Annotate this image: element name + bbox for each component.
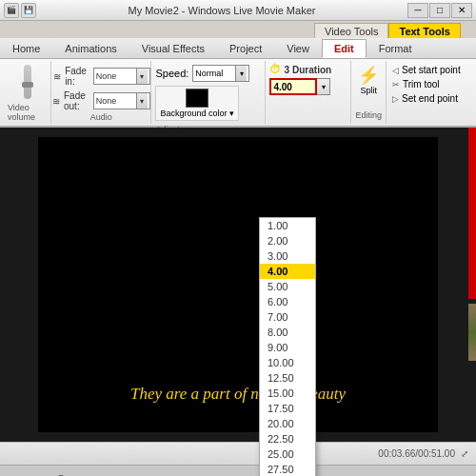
dropdown-item-11[interactable]: 12.50 xyxy=(260,370,315,386)
tab-home[interactable]: Home xyxy=(0,39,52,58)
video-canvas: They are a part of natural beauty xyxy=(38,137,438,432)
duration-label-row: ⏱ 3 Duration xyxy=(269,63,347,76)
expand-icon[interactable]: ⤢ xyxy=(461,448,468,459)
volume-slider[interactable] xyxy=(24,65,31,99)
dropdown-item-10[interactable]: 10.00 xyxy=(260,355,315,370)
dropdown-item-12[interactable]: 15.00 xyxy=(260,386,315,401)
background-icon xyxy=(186,89,208,108)
dropdown-item-9[interactable]: 9.00 xyxy=(260,340,315,355)
volume-group: Video volume xyxy=(4,61,51,124)
ribbon: Video volume ≋ Fade in: None ▾ ≋ Fade ou… xyxy=(0,59,476,128)
dropdown-item-13[interactable]: 17.50 xyxy=(260,401,315,416)
dropdown-item-6[interactable]: 6.00 xyxy=(260,294,315,309)
fade-out-control[interactable]: ≋ Fade out: None ▾ xyxy=(49,89,154,112)
fade-out-value: None xyxy=(96,96,117,106)
tab-view[interactable]: View xyxy=(274,39,322,58)
audio-group-label: Audio xyxy=(90,112,112,124)
dropdown-item-17[interactable]: 27.50 xyxy=(260,462,315,476)
split-label: Split xyxy=(360,86,377,95)
status-time: 00:03.66/00:51.00 xyxy=(378,448,455,459)
dropdown-item-16[interactable]: 25.00 xyxy=(260,446,315,462)
ribbon-tab-row: Home Animations Visual Effects Project V… xyxy=(0,38,476,59)
window-title: My Movie2 - Windows Live Movie Maker xyxy=(36,5,407,16)
maximize-button[interactable]: □ xyxy=(429,3,450,18)
tab-edit[interactable]: Edit xyxy=(322,39,367,58)
dropdown-item-4[interactable]: 4.00 xyxy=(260,264,315,279)
title-bar: 🎬 💾 My Movie2 - Windows Live Movie Maker… xyxy=(0,0,476,21)
duration-dropdown-button[interactable]: ▾ xyxy=(317,78,330,95)
split-button[interactable]: ⚡ Split xyxy=(356,63,381,97)
timeline-area: ▶ xyxy=(0,465,476,476)
speed-arrow[interactable]: ▾ xyxy=(235,66,247,81)
split-group: ⚡ Split Editing xyxy=(351,61,387,124)
red-sidebar xyxy=(468,128,476,299)
set-end-button[interactable]: ▷ Set end point xyxy=(390,92,468,105)
close-button[interactable]: ✕ xyxy=(451,3,472,18)
fade-in-dropdown[interactable]: None ▾ xyxy=(93,68,150,85)
speed-row: Speed: Normal ▾ xyxy=(155,65,261,82)
duration-label: Duration xyxy=(292,65,331,75)
minimize-button[interactable]: ─ xyxy=(407,3,428,18)
dropdown-item-8[interactable]: 8.00 xyxy=(260,325,315,340)
volume-label: Video volume xyxy=(8,103,47,124)
fade-in-icon: ≋ xyxy=(52,69,62,83)
volume-slider-thumb[interactable] xyxy=(22,82,33,88)
fade-in-control[interactable]: ≋ Fade in: None ▾ xyxy=(49,65,154,88)
speed-dropdown[interactable]: Normal ▾ xyxy=(192,65,249,82)
audio-group: ≋ Fade in: None ▾ ≋ Fade out: None ▾ Aud… xyxy=(51,61,151,124)
tab-text-tools[interactable]: Text Tools xyxy=(388,23,460,38)
duration-number: 3 xyxy=(284,65,289,75)
dropdown-item-3[interactable]: 3.00 xyxy=(260,248,315,264)
dropdown-item-1[interactable]: 1.00 xyxy=(260,218,315,233)
duration-input-row: ▾ xyxy=(269,78,347,95)
set-start-label: Set start point xyxy=(402,65,461,75)
fade-out-label: Fade out: xyxy=(64,90,90,111)
tab-animations[interactable]: Animations xyxy=(52,39,129,58)
dropdown-item-14[interactable]: 20.00 xyxy=(260,416,315,431)
dropdown-item-2[interactable]: 2.00 xyxy=(260,233,315,248)
dropdown-item-15[interactable]: 22.50 xyxy=(260,431,315,446)
duration-input[interactable] xyxy=(269,78,317,95)
trim-icon: ✂ xyxy=(392,80,400,89)
split-icon: ⚡ xyxy=(358,65,379,86)
editing-section: ⚡ Split Editing ◁ Set start point ✂ Trim… xyxy=(351,61,472,124)
editing-right-group: ◁ Set start point ✂ Trim tool ▷ Set end … xyxy=(387,61,472,124)
set-end-icon: ▷ xyxy=(392,94,399,104)
fade-out-icon: ≋ xyxy=(52,94,61,108)
dropdown-item-7[interactable]: 7.00 xyxy=(260,309,315,325)
audio-controls: ≋ Fade in: None ▾ ≋ Fade out: None ▾ xyxy=(49,61,154,112)
speed-value: Normal xyxy=(195,69,223,78)
editing-group-label: Editing xyxy=(355,110,382,122)
tool-tabs-bar: Video Tools Text Tools xyxy=(0,21,476,38)
set-start-icon: ◁ xyxy=(392,66,399,75)
speed-label: Speed: xyxy=(155,68,188,79)
set-start-button[interactable]: ◁ Set start point xyxy=(390,64,468,76)
fade-out-dropdown[interactable]: None ▾ xyxy=(93,92,150,109)
fade-out-arrow[interactable]: ▾ xyxy=(136,93,148,109)
fade-in-arrow[interactable]: ▾ xyxy=(136,69,148,84)
duration-group: ⏱ 3 Duration ▾ xyxy=(266,61,351,124)
duration-icon: ⏱ xyxy=(269,63,281,76)
title-bar-icons: 🎬 💾 xyxy=(4,3,36,18)
main-video-area: They are a part of natural beauty 1.00 2… xyxy=(0,128,476,442)
tab-format[interactable]: Format xyxy=(367,39,425,58)
background-color-button[interactable]: Background color ▾ xyxy=(155,86,239,121)
app-icon: 🎬 xyxy=(4,3,19,18)
window-controls[interactable]: ─ □ ✕ xyxy=(407,3,472,18)
adjust-group: Speed: Normal ▾ Background color ▾ Adjus… xyxy=(151,61,266,124)
trim-tool-button[interactable]: ✂ Trim tool xyxy=(390,78,468,90)
status-bar: 00:03.66/00:51.00 ⤢ xyxy=(0,442,476,465)
background-row: Background color ▾ xyxy=(155,86,261,121)
trim-label: Trim tool xyxy=(403,79,440,89)
dropdown-item-5[interactable]: 5.00 xyxy=(260,279,315,294)
fade-in-label: Fade in: xyxy=(65,66,90,87)
duration-dropdown-menu[interactable]: 1.00 2.00 3.00 4.00 5.00 6.00 7.00 8.00 … xyxy=(259,217,316,476)
quick-access-save[interactable]: 💾 xyxy=(21,3,36,18)
thumbnail-strip xyxy=(468,304,476,361)
play-button[interactable]: ▶ xyxy=(6,472,16,477)
set-end-label: Set end point xyxy=(402,93,458,104)
tab-video-tools[interactable]: Video Tools xyxy=(314,23,388,38)
tab-project[interactable]: Project xyxy=(217,39,274,58)
background-label: Background color ▾ xyxy=(160,109,234,118)
tab-visual-effects[interactable]: Visual Effects xyxy=(129,39,217,58)
